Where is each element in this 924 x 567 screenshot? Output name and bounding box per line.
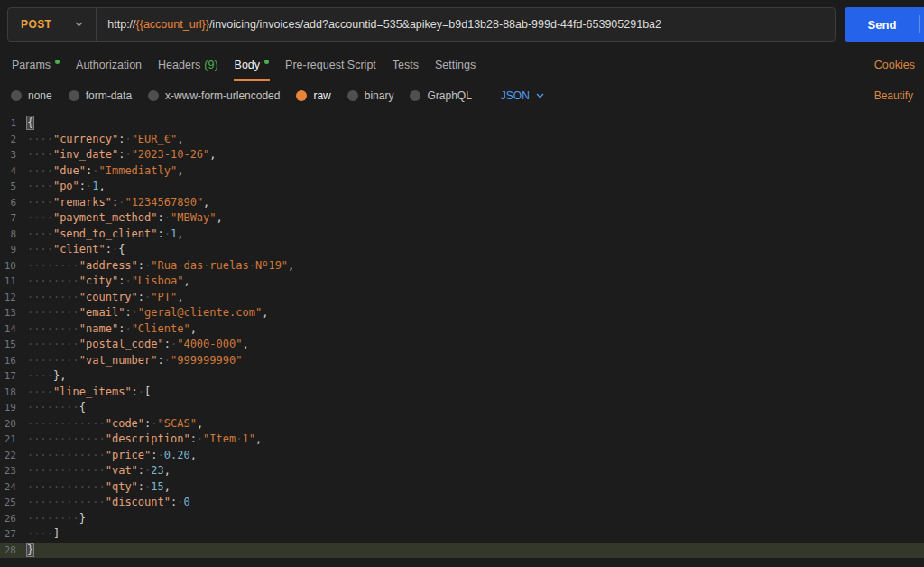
radio-icon (410, 90, 420, 101)
body-type-label: form-data (86, 89, 132, 102)
tab-headers[interactable]: Headers(9) (150, 49, 226, 81)
editor-line[interactable]: 5····"po":·1, (0, 179, 924, 195)
editor-line[interactable]: 16········"vat_number":·"999999990" (0, 353, 924, 369)
code-text: ····"due":·"Immediatly", (27, 163, 183, 180)
body-type-label: raw (313, 89, 330, 102)
editor-line[interactable]: 1{ (0, 116, 924, 132)
url-prefix: http:// (107, 18, 135, 31)
tab-label: Pre-request Script (285, 59, 376, 71)
editor-line[interactable]: 10········"address":·"Rua·das·ruelas·Nº1… (0, 258, 924, 274)
tab-body[interactable]: Body (226, 49, 278, 81)
editor-line[interactable]: 17····}, (0, 368, 924, 385)
editor-line[interactable]: 14········"name":·"Cliente", (0, 321, 924, 338)
code-text: ········"name":·"Cliente", (27, 321, 197, 338)
editor-line[interactable]: 25············"discount":·0 (0, 495, 924, 511)
send-label: Send (845, 7, 919, 42)
editor-line[interactable]: 11········"city":·"Lisboa", (0, 274, 924, 290)
line-number: 7 (0, 210, 27, 227)
tab-params[interactable]: Params (4, 49, 68, 81)
line-number: 13 (0, 305, 27, 321)
body-type-none[interactable]: none (11, 89, 52, 102)
editor-line[interactable]: 6····"remarks":·"1234567890", (0, 195, 924, 211)
beautify-link[interactable]: Beautify (874, 89, 913, 102)
url-variable: {{account_url}} (136, 18, 209, 31)
radio-icon (11, 90, 22, 101)
radio-selected-icon (296, 90, 307, 101)
line-number: 21 (0, 432, 27, 448)
line-number: 9 (0, 242, 27, 258)
tab-tests[interactable]: Tests (384, 49, 427, 81)
method-label: POST (21, 18, 51, 31)
line-number: 27 (0, 526, 27, 543)
send-options-chevron-icon[interactable] (920, 7, 924, 42)
cookies-link[interactable]: Cookies (874, 59, 915, 71)
line-number: 11 (0, 274, 27, 290)
editor-line[interactable]: 28} (0, 543, 924, 559)
line-number: 5 (0, 179, 27, 195)
code-text: ····"line_items":·[ (27, 385, 151, 401)
body-type-graphql[interactable]: GraphQL (410, 89, 471, 102)
editor-line[interactable]: 18····"line_items":·[ (0, 385, 924, 401)
editor-line[interactable]: 3····"inv_date":·"2023-10-26", (0, 147, 924, 163)
line-number: 18 (0, 385, 27, 401)
tab-authorization[interactable]: Authorization (68, 49, 150, 81)
language-label: JSON (501, 89, 530, 102)
url-input[interactable]: http://{{account_url}}/invoicing/invoice… (97, 8, 835, 41)
editor-line[interactable]: 26········} (0, 511, 924, 527)
body-type-x-www-form-urlencoded[interactable]: x-www-form-urlencoded (148, 89, 280, 102)
method-select[interactable]: POST (8, 8, 97, 41)
editor-line[interactable]: 8····"send_to_client":·1, (0, 227, 924, 243)
line-number: 17 (0, 368, 27, 385)
editor-line[interactable]: 13········"email":·"geral@cliente.com", (0, 305, 924, 321)
code-text: ····"remarks":·"1234567890", (27, 195, 209, 211)
request-tabs-row: ParamsAuthorizationHeaders(9)BodyPre-req… (0, 49, 924, 81)
radio-icon (69, 90, 79, 101)
line-number: 14 (0, 321, 27, 338)
editor-line[interactable]: 22············"price":·0.20, (0, 448, 924, 464)
editor-line[interactable]: 15········"postal_code":·"4000-000", (0, 337, 924, 353)
line-number: 12 (0, 290, 27, 306)
editor-line[interactable]: 24············"qty":·15, (0, 479, 924, 496)
editor-line[interactable]: 12········"country":·"PT", (0, 290, 924, 306)
editor-line[interactable]: 4····"due":·"Immediatly", (0, 163, 924, 180)
editor-line[interactable]: 7····"payment_method":·"MBWay", (0, 210, 924, 227)
line-number: 19 (0, 400, 27, 416)
editor-line[interactable]: 21············"description":·"Item·1", (0, 432, 924, 448)
line-number: 2 (0, 132, 27, 148)
request-tabs: ParamsAuthorizationHeaders(9)BodyPre-req… (4, 49, 484, 81)
url-group: POST http://{{account_url}}/invoicing/in… (7, 7, 836, 42)
editor-lines: 1{2····"currency":·"EUR_€",3····"inv_dat… (0, 116, 924, 558)
editor-line[interactable]: 19········{ (0, 400, 924, 416)
body-type-options: noneform-datax-www-form-urlencodedrawbin… (11, 89, 472, 102)
body-type-raw[interactable]: raw (296, 89, 330, 102)
code-text: ········"email":·"geral@cliente.com", (27, 305, 268, 321)
chevron-down-icon (536, 93, 544, 98)
line-number: 3 (0, 147, 27, 163)
line-number: 28 (0, 543, 27, 559)
editor-line[interactable]: 27····] (0, 526, 924, 543)
editor-line[interactable]: 20············"code":·"SCAS", (0, 416, 924, 432)
code-text: ········"vat_number":·"999999990" (27, 353, 242, 369)
language-select[interactable]: JSON (501, 89, 544, 102)
tab-pre-request-script[interactable]: Pre-request Script (277, 49, 384, 81)
tab-label: Settings (435, 59, 476, 71)
body-type-label: x-www-form-urlencoded (165, 89, 280, 102)
editor-line[interactable]: 9····"client":·{ (0, 242, 924, 258)
send-button[interactable]: Send (845, 7, 924, 42)
tab-settings[interactable]: Settings (427, 49, 484, 81)
body-type-label: GraphQL (427, 89, 471, 102)
body-type-row: noneform-datax-www-form-urlencodedrawbin… (0, 81, 924, 110)
line-number: 26 (0, 511, 27, 527)
body-type-binary[interactable]: binary (347, 89, 394, 102)
editor-line[interactable]: 2····"currency":·"EUR_€", (0, 132, 924, 148)
code-text: ····"po":·1, (27, 179, 106, 195)
editor-line[interactable]: 23············"vat":·23, (0, 463, 924, 479)
code-text: ····"inv_date":·"2023-10-26", (27, 147, 217, 163)
send-button-group: Send (845, 7, 924, 42)
code-text: ············"qty":·15, (27, 479, 171, 496)
body-editor[interactable]: 1{2····"currency":·"EUR_€",3····"inv_dat… (0, 116, 924, 558)
line-number: 1 (0, 116, 27, 132)
green-dot-indicator (55, 60, 60, 64)
chevron-down-icon (75, 22, 83, 27)
body-type-form-data[interactable]: form-data (69, 89, 132, 102)
